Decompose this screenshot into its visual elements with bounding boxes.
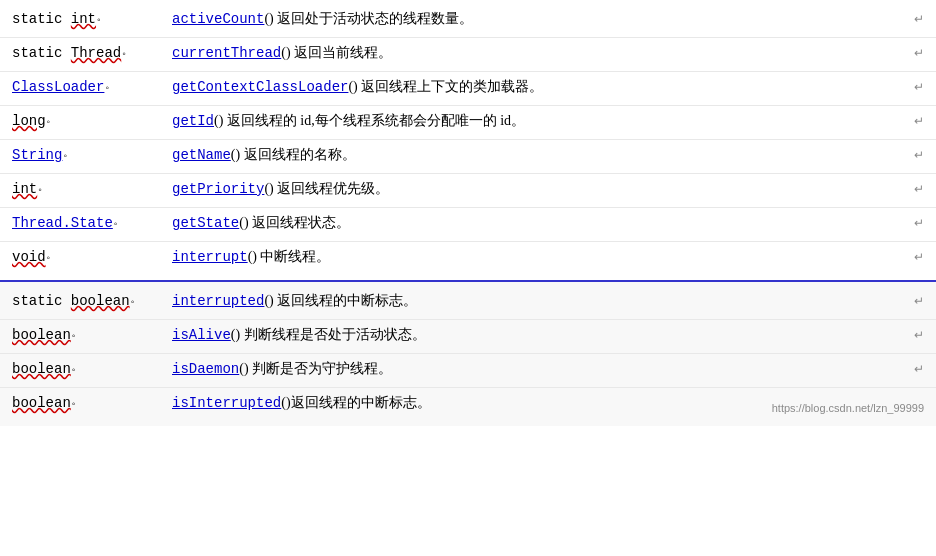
dot-separator: ◦ xyxy=(46,253,52,264)
type-column: ClassLoader◦ xyxy=(12,79,172,95)
method-description: () 返回线程的中断标志。 xyxy=(264,293,417,308)
method-column: isAlive() 判断线程是否处于活动状态。 xyxy=(172,326,904,344)
dot-separator: ◦ xyxy=(71,365,77,376)
keyword-static: static xyxy=(12,45,71,61)
type-column: long◦ xyxy=(12,113,172,129)
dot-separator: ◦ xyxy=(71,331,77,342)
arrow-icon: ↵ xyxy=(904,80,924,95)
type-name[interactable]: ClassLoader xyxy=(12,79,104,95)
dot-separator: ◦ xyxy=(46,117,52,128)
method-name[interactable]: getPriority xyxy=(172,181,264,197)
method-name[interactable]: isDaemon xyxy=(172,361,239,377)
method-name[interactable]: interrupt xyxy=(172,249,248,265)
table-row: static boolean◦interrupted() 返回线程的中断标志。↵ xyxy=(0,286,936,320)
method-name[interactable]: getId xyxy=(172,113,214,129)
method-name[interactable]: currentThread xyxy=(172,45,281,61)
method-name[interactable]: getContextClassLoader xyxy=(172,79,348,95)
dot-separator: ◦ xyxy=(37,185,43,196)
top-section: static int◦activeCount() 返回处于活动状态的线程数量。↵… xyxy=(0,0,936,282)
type-column: int◦ xyxy=(12,181,172,197)
table-row: static Thread◦currentThread() 返回当前线程。↵ xyxy=(0,38,936,72)
method-column: interrupted() 返回线程的中断标志。 xyxy=(172,292,904,310)
table-row: boolean◦isAlive() 判断线程是否处于活动状态。↵ xyxy=(0,320,936,354)
method-description: () 判断是否为守护线程。 xyxy=(239,361,392,376)
type-name: boolean xyxy=(12,395,71,411)
arrow-icon: ↵ xyxy=(904,12,924,27)
type-column: static boolean◦ xyxy=(12,293,172,309)
method-column: currentThread() 返回当前线程。 xyxy=(172,44,904,62)
method-name[interactable]: interrupted xyxy=(172,293,264,309)
type-name: int xyxy=(71,11,96,27)
dot-separator: ◦ xyxy=(130,297,136,308)
method-description: () 返回线程优先级。 xyxy=(264,181,389,196)
method-description: () 返回处于活动状态的线程数量。 xyxy=(264,11,473,26)
arrow-icon: ↵ xyxy=(904,328,924,343)
table-row: String◦getName() 返回线程的名称。↵ xyxy=(0,140,936,174)
method-name[interactable]: getState xyxy=(172,215,239,231)
method-description: () 返回线程的 id,每个线程系统都会分配唯一的 id。 xyxy=(214,113,525,128)
method-description: ()返回线程的中断标志。 xyxy=(281,395,430,410)
arrow-icon: ↵ xyxy=(904,362,924,377)
method-column: getName() 返回线程的名称。 xyxy=(172,146,904,164)
page-container: static int◦activeCount() 返回处于活动状态的线程数量。↵… xyxy=(0,0,936,426)
type-name[interactable]: Thread.State xyxy=(12,215,113,231)
type-name: void xyxy=(12,249,46,265)
dot-separator: ◦ xyxy=(71,399,77,410)
table-row: void◦interrupt() 中断线程。↵ xyxy=(0,242,936,276)
table-row: long◦getId() 返回线程的 id,每个线程系统都会分配唯一的 id。↵ xyxy=(0,106,936,140)
type-column: void◦ xyxy=(12,249,172,265)
type-name: long xyxy=(12,113,46,129)
type-column: static Thread◦ xyxy=(12,45,172,61)
arrow-icon: ↵ xyxy=(904,46,924,61)
method-column: getId() 返回线程的 id,每个线程系统都会分配唯一的 id。 xyxy=(172,112,904,130)
bottom-section: static boolean◦interrupted() 返回线程的中断标志。↵… xyxy=(0,282,936,426)
arrow-icon: ↵ xyxy=(904,148,924,163)
type-name: int xyxy=(12,181,37,197)
arrow-icon: ↵ xyxy=(904,114,924,129)
table-row: Thread.State◦getState() 返回线程状态。↵ xyxy=(0,208,936,242)
method-column: getPriority() 返回线程优先级。 xyxy=(172,180,904,198)
dot-separator: ◦ xyxy=(121,49,127,60)
type-column: static int◦ xyxy=(12,11,172,27)
type-name: boolean xyxy=(12,327,71,343)
type-name: boolean xyxy=(12,361,71,377)
dot-separator: ◦ xyxy=(96,15,102,26)
method-column: interrupt() 中断线程。 xyxy=(172,248,904,266)
type-name[interactable]: String xyxy=(12,147,62,163)
table-row: int◦getPriority() 返回线程优先级。↵ xyxy=(0,174,936,208)
watermark: https://blog.csdn.net/lzn_99999 xyxy=(772,402,924,414)
dot-separator: ◦ xyxy=(104,83,110,94)
method-column: getState() 返回线程状态。 xyxy=(172,214,904,232)
keyword-static: static xyxy=(12,293,71,309)
type-name: boolean xyxy=(71,293,130,309)
table-row: boolean◦isInterrupted()返回线程的中断标志。https:/… xyxy=(0,388,936,422)
dot-separator: ◦ xyxy=(62,151,68,162)
method-name[interactable]: isAlive xyxy=(172,327,231,343)
method-description: () 中断线程。 xyxy=(248,249,331,264)
dot-separator: ◦ xyxy=(113,219,119,230)
table-row: static int◦activeCount() 返回处于活动状态的线程数量。↵ xyxy=(0,4,936,38)
type-column: String◦ xyxy=(12,147,172,163)
type-column: Thread.State◦ xyxy=(12,215,172,231)
arrow-icon: ↵ xyxy=(904,250,924,265)
table-row: ClassLoader◦getContextClassLoader() 返回线程… xyxy=(0,72,936,106)
method-description: () 返回线程的名称。 xyxy=(231,147,356,162)
keyword-static: static xyxy=(12,11,71,27)
method-description: () 返回线程上下文的类加载器。 xyxy=(348,79,543,94)
table-row: boolean◦isDaemon() 判断是否为守护线程。↵ xyxy=(0,354,936,388)
type-column: boolean◦ xyxy=(12,395,172,411)
type-name: Thread xyxy=(71,45,121,61)
method-description: () 判断线程是否处于活动状态。 xyxy=(231,327,426,342)
method-column: getContextClassLoader() 返回线程上下文的类加载器。 xyxy=(172,78,904,96)
method-name[interactable]: isInterrupted xyxy=(172,395,281,411)
method-description: () 返回线程状态。 xyxy=(239,215,350,230)
method-description: () 返回当前线程。 xyxy=(281,45,392,60)
type-column: boolean◦ xyxy=(12,361,172,377)
type-column: boolean◦ xyxy=(12,327,172,343)
method-name[interactable]: getName xyxy=(172,147,231,163)
arrow-icon: ↵ xyxy=(904,182,924,197)
arrow-icon: ↵ xyxy=(904,216,924,231)
method-column: isDaemon() 判断是否为守护线程。 xyxy=(172,360,904,378)
method-name[interactable]: activeCount xyxy=(172,11,264,27)
arrow-icon: ↵ xyxy=(904,294,924,309)
